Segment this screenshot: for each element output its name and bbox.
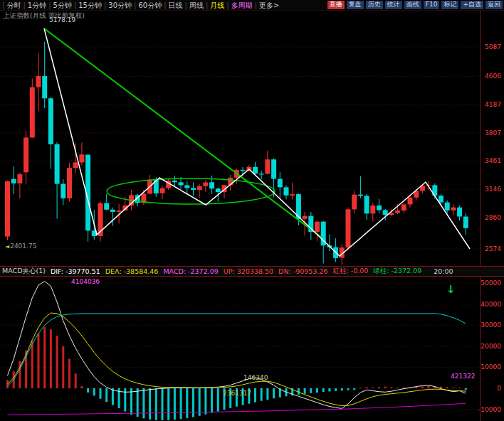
macd-bar [149,388,151,420]
macd-tick-label: 40000 [481,301,501,308]
period-tab-daily[interactable]: 日线 [162,1,182,10]
toolbar-button-draw[interactable]: 画线 [404,0,422,10]
macd-info-item: 红柱: -0.00 [333,267,369,276]
candle [358,176,363,198]
macd-bar [335,388,337,391]
app-window: 5087460641873807346131462860257450000400… [0,0,504,421]
macd-bar [273,388,275,398]
candlestick-series [5,42,468,265]
period-tab-5min[interactable]: 5分钟 [46,1,72,10]
macd-bar [167,388,169,420]
macd-info-item: 绿柱: -2372.09 [373,267,421,276]
macd-bar [56,336,58,388]
price-tick-label: 4187 [485,101,501,108]
toolbar-button-add-watchlist[interactable]: +自选 [460,0,484,10]
macd-bar [155,388,157,420]
period-tab-time-sharing[interactable]: 分时 [0,1,21,10]
toolbar-button-back[interactable]: 返回 [485,0,503,10]
macd-bar [31,341,33,388]
candle [259,171,264,179]
candle [463,213,468,235]
macd-bar [440,387,442,388]
toolbar-button-history[interactable]: 历史 [365,0,384,10]
macd-bar [390,388,392,388]
macd-value-label: 146340 [243,374,268,381]
macd-bar [310,388,312,393]
macd-bar [80,386,83,388]
candle [457,206,462,221]
candle [197,184,202,198]
macd-tick-label: 20000 [481,343,501,350]
macd-info-item: DEA: -38584.46 [105,267,159,275]
toolbar-button-live[interactable]: 直播 [327,0,345,10]
period-tab-multi-period[interactable]: 多周期 [224,1,252,10]
candle [55,142,60,218]
chart-canvas[interactable]: 5087460641873807346131462860257450000400… [0,0,504,421]
candle [401,203,406,214]
macd-bar [452,388,454,388]
price-tick-label: 3461 [485,157,501,164]
macd-tick-label: 0 [497,385,501,392]
macd-bar [112,388,114,405]
candle [308,212,313,240]
macd-bar [397,388,399,388]
candle [370,203,375,222]
candle [203,180,208,192]
candle [67,163,72,201]
macd-tick-label: 30000 [481,321,501,329]
candle [184,181,189,193]
macd-bar [100,388,102,399]
indicator-name[interactable]: MACD夹心(1) [2,267,46,276]
macd-bar [366,388,368,388]
macd-bar [341,388,343,390]
peak-price-label: 5178.19 [49,16,75,23]
price-tick-label: 4606 [485,73,501,80]
candle [30,78,35,137]
candle [23,131,28,185]
white-zigzag-trendline[interactable] [44,28,470,256]
period-tab-more[interactable]: 更多> [253,1,280,10]
toolbar-button-replay[interactable]: 复盘 [346,0,364,10]
toolbar-button-f10[interactable]: F10 [423,0,441,10]
period-tab-30min[interactable]: 30分钟 [102,1,132,10]
period-tab-15min[interactable]: 15分钟 [72,1,102,10]
macd-bar [87,388,89,393]
macd-bar [50,329,52,388]
price-tick-label: 3146 [485,186,501,193]
macd-bar [316,388,318,393]
toolbar-button-stats[interactable]: 统计 [384,0,403,10]
candle [346,207,351,250]
macd-tick-label: 10000 [481,363,501,371]
macd-bar [105,388,107,402]
macd-bar [384,387,387,388]
candle [160,186,165,199]
period-tab-monthly[interactable]: 月线 [204,1,224,10]
low-price-label: ◄2401.75 [5,243,36,250]
green-ellipse-annotation[interactable] [107,178,275,204]
macd-value-label: 4104036 [71,278,100,285]
macd-bar [347,388,350,390]
macd-info-item: UP: 320338.50 [224,267,273,275]
macd-bar [180,388,182,419]
toolbar-button-mark[interactable]: 标记 [441,0,459,10]
macd-value-label: 421322 [451,373,475,380]
candle [117,204,122,223]
candle [98,202,103,242]
macd-bar [458,388,461,388]
macd-bar [142,388,145,418]
period-tabs: 分时1分钟5分钟15分钟30分钟60分钟日线周线月线多周期更多> [0,1,279,10]
period-tab-weekly[interactable]: 周线 [183,1,204,10]
macd-bar [353,388,355,390]
macd-bar [428,386,430,388]
macd-info-item: DIF: -39770.51 [51,267,100,275]
candle [48,97,53,169]
macd-info-item: MACD: -2372.09 [163,267,218,275]
macd-bar [266,388,268,400]
macd-bar [38,334,40,388]
candle [42,42,47,108]
candle [172,176,177,186]
price-tick-label: 3807 [485,129,501,137]
candle [191,183,196,196]
period-tab-60min[interactable]: 60分钟 [132,1,162,10]
period-tab-1min[interactable]: 1分钟 [21,1,46,10]
